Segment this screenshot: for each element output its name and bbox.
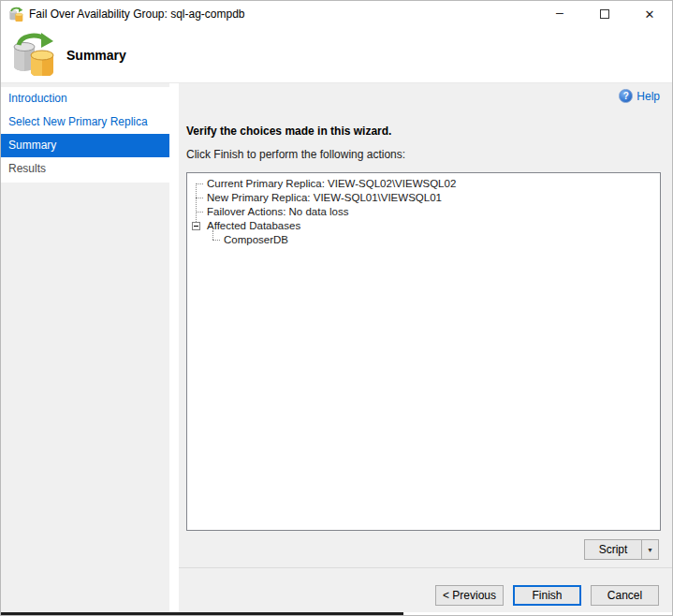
help-icon: ?: [619, 89, 633, 103]
tree-item-failover-actions[interactable]: Failover Actions: No data loss: [187, 205, 660, 219]
availability-group-icon-small: [8, 7, 23, 22]
sidebar-item-introduction[interactable]: Introduction: [1, 87, 169, 110]
minimize-button[interactable]: –: [537, 1, 582, 27]
help-link[interactable]: ? Help: [619, 89, 660, 103]
script-split-button: Script ▼: [584, 539, 659, 560]
summary-tree-box[interactable]: Current Primary Replica: VIEW-SQL02\VIEW…: [186, 172, 661, 531]
bottom-edge-dark: [1, 612, 403, 615]
tree-stub-3: [196, 212, 203, 213]
tree-stub-4: [212, 240, 220, 241]
tree-collapse-toggle[interactable]: [192, 222, 200, 230]
tree-item-new-primary-replica[interactable]: New Primary Replica: VIEW-SQL01\VIEWSQL0…: [187, 191, 660, 205]
close-button[interactable]: ✕: [627, 1, 672, 27]
wizard-header: Summary: [1, 27, 672, 83]
help-label: Help: [636, 90, 660, 103]
script-dropdown-button[interactable]: ▼: [642, 539, 659, 560]
availability-group-icon: [10, 31, 55, 80]
failover-wizard-window: Fail Over Availability Group: sql-ag-com…: [0, 0, 673, 616]
minus-icon: [194, 226, 198, 227]
tree-item-current-primary-replica[interactable]: Current Primary Replica: VIEW-SQL02\VIEW…: [187, 177, 660, 191]
bottom-edge-light: [403, 612, 672, 615]
tree-stub-2: [196, 198, 203, 198]
window-title: Fail Over Availability Group: sql-ag-com…: [29, 7, 537, 21]
close-icon: ✕: [645, 7, 655, 22]
wizard-steps-sidebar: Introduction Select New Primary Replica …: [1, 83, 169, 616]
page-title: Summary: [66, 48, 126, 63]
previous-button[interactable]: < Previous: [435, 585, 504, 606]
content-area: Introduction Select New Primary Replica …: [1, 83, 672, 616]
finish-button[interactable]: Finish: [513, 585, 581, 606]
title-bar: Fail Over Availability Group: sql-ag-com…: [1, 1, 672, 27]
tree-item-composerdb[interactable]: ComposerDB: [187, 233, 660, 247]
tree-item-affected-databases[interactable]: Affected Databases: [187, 219, 660, 233]
main-panel: ? Help Verify the choices made in this w…: [179, 83, 672, 616]
tree-child-connector-line: [212, 230, 213, 240]
window-controls: – ✕: [537, 1, 672, 27]
sidebar-item-results[interactable]: Results: [1, 157, 169, 181]
button-row-separator: [179, 567, 672, 568]
finish-instruction: Click Finish to perform the following ac…: [186, 148, 405, 161]
wizard-button-row: < Previous Finish Cancel: [435, 585, 659, 606]
maximize-icon: [600, 9, 609, 19]
verify-heading: Verify the choices made in this wizard.: [186, 125, 391, 138]
sidebar-item-summary[interactable]: Summary: [1, 134, 169, 157]
script-button[interactable]: Script: [584, 539, 642, 560]
summary-tree: Current Primary Replica: VIEW-SQL02\VIEW…: [187, 173, 660, 247]
wizard-steps-list: Introduction Select New Primary Replica …: [1, 87, 169, 183]
maximize-button[interactable]: [582, 1, 627, 27]
tree-stub-1: [196, 183, 203, 184]
tree-root-connector-line: [196, 183, 197, 222]
sidebar-item-select-new-primary-replica[interactable]: Select New Primary Replica: [1, 110, 169, 134]
sidebar-divider: [169, 83, 179, 616]
minimize-icon: –: [556, 5, 563, 20]
cancel-button[interactable]: Cancel: [591, 585, 659, 606]
chevron-down-icon: ▼: [647, 547, 653, 553]
